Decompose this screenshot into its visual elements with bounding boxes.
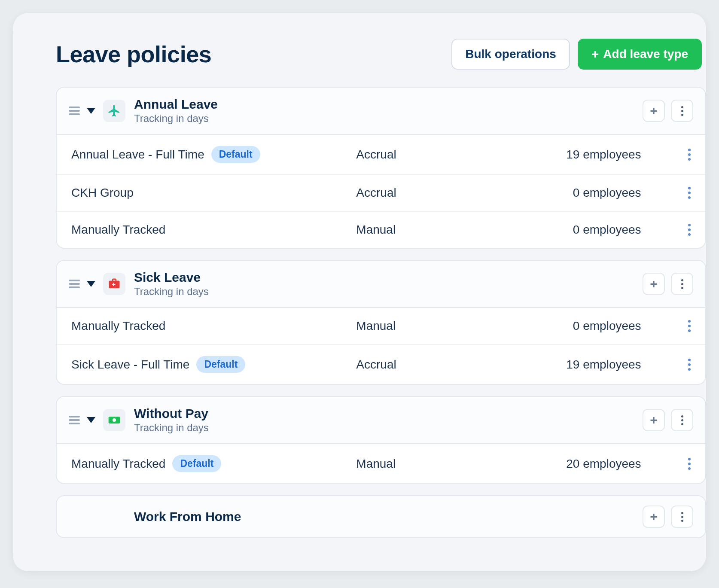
header-actions: Bulk operations + Add leave type	[451, 39, 702, 70]
policy-name: Annual Leave - Full Time Default	[71, 146, 356, 163]
policy-row[interactable]: Manually Tracked Manual 0 employees	[57, 308, 705, 344]
plus-icon: +	[650, 510, 658, 523]
svg-marker-1	[87, 281, 95, 287]
app-frame: Leave policies Bulk operations + Add lea…	[13, 13, 706, 571]
policy-mode: Accrual	[356, 148, 480, 161]
bulk-operations-button[interactable]: Bulk operations	[451, 39, 570, 70]
svg-marker-0	[87, 108, 95, 114]
add-policy-button[interactable]: +	[643, 506, 665, 528]
policy-name: Manually Tracked	[71, 319, 356, 333]
chevron-down-icon[interactable]	[87, 281, 95, 287]
add-policy-button[interactable]: +	[643, 273, 665, 295]
default-badge: Default	[196, 356, 245, 373]
group-menu-button[interactable]	[671, 273, 693, 295]
leave-group-sick: Sick Leave Tracking in days + Manually T…	[56, 260, 706, 385]
leave-group-withoutpay: Without Pay Tracking in days + Manually …	[56, 396, 706, 484]
group-header[interactable]: Without Pay Tracking in days +	[57, 397, 705, 444]
group-header[interactable]: Sick Leave Tracking in days +	[57, 261, 705, 308]
policy-list: Manually Tracked Default Manual 20 emplo…	[57, 444, 705, 483]
chevron-down-icon[interactable]	[87, 417, 95, 423]
add-policy-button[interactable]: +	[643, 409, 665, 431]
policy-row-menu[interactable]	[641, 458, 691, 470]
more-vertical-icon	[681, 415, 683, 425]
group-title-wrap: Sick Leave Tracking in days	[134, 270, 643, 298]
more-vertical-icon	[681, 106, 683, 116]
group-subtitle: Tracking in days	[134, 113, 643, 125]
policy-row-menu[interactable]	[641, 187, 691, 199]
add-leave-type-button[interactable]: + Add leave type	[578, 39, 702, 70]
policy-row[interactable]: Manually Tracked Default Manual 20 emplo…	[57, 444, 705, 483]
plus-icon: +	[650, 414, 658, 427]
group-actions: +	[643, 273, 693, 295]
group-subtitle: Tracking in days	[134, 286, 643, 298]
chevron-down-icon[interactable]	[87, 108, 95, 114]
policy-count: 0 employees	[480, 223, 641, 237]
default-badge: Default	[211, 146, 260, 163]
group-title: Annual Leave	[134, 97, 643, 112]
cash-icon	[103, 409, 125, 431]
policy-list: Annual Leave - Full Time Default Accrual…	[57, 135, 705, 248]
more-vertical-icon	[688, 187, 691, 199]
policy-name-text: Manually Tracked	[71, 319, 165, 333]
bulk-operations-label: Bulk operations	[465, 47, 556, 61]
group-title: Work From Home	[134, 509, 643, 524]
leave-group-annual: Annual Leave Tracking in days + Annual L…	[56, 87, 706, 249]
policy-row[interactable]: Sick Leave - Full Time Default Accrual 1…	[57, 344, 705, 384]
more-vertical-icon	[688, 320, 691, 332]
policy-row[interactable]: Manually Tracked Manual 0 employees	[57, 211, 705, 248]
more-vertical-icon	[681, 512, 683, 522]
group-title-wrap: Without Pay Tracking in days	[134, 406, 643, 434]
medkit-icon	[103, 273, 125, 295]
group-title-wrap: Annual Leave Tracking in days	[134, 97, 643, 125]
group-menu-button[interactable]	[671, 409, 693, 431]
policy-list: Manually Tracked Manual 0 employees Sick…	[57, 308, 705, 384]
policy-mode: Manual	[356, 223, 480, 237]
policy-row-menu[interactable]	[641, 320, 691, 332]
group-title-wrap: Work From Home	[134, 509, 643, 524]
group-actions: +	[643, 506, 693, 528]
group-title: Sick Leave	[134, 270, 643, 285]
leave-group-wfh: Work From Home +	[56, 495, 706, 538]
policy-mode: Manual	[356, 319, 480, 333]
policy-count: 19 employees	[480, 148, 641, 161]
add-policy-button[interactable]: +	[643, 100, 665, 122]
plus-icon: +	[591, 48, 599, 61]
policy-name: Sick Leave - Full Time Default	[71, 356, 356, 373]
more-vertical-icon	[688, 359, 691, 371]
policy-name: CKH Group	[71, 186, 356, 200]
policy-name-text: Manually Tracked	[71, 223, 165, 237]
policy-row[interactable]: Annual Leave - Full Time Default Accrual…	[57, 135, 705, 174]
group-subtitle: Tracking in days	[134, 422, 643, 434]
svg-marker-2	[87, 417, 95, 423]
default-badge: Default	[172, 455, 221, 472]
drag-handle-icon[interactable]	[69, 416, 80, 424]
more-vertical-icon	[681, 279, 683, 289]
add-leave-type-label: Add leave type	[603, 47, 688, 61]
group-header[interactable]: Annual Leave Tracking in days +	[57, 88, 705, 135]
policy-name-text: CKH Group	[71, 186, 134, 200]
policy-row-menu[interactable]	[641, 359, 691, 371]
more-vertical-icon	[688, 224, 691, 236]
page-header: Leave policies Bulk operations + Add lea…	[56, 39, 706, 70]
group-menu-button[interactable]	[671, 506, 693, 528]
plus-icon: +	[650, 277, 658, 290]
policy-count: 19 employees	[480, 358, 641, 372]
policy-row[interactable]: CKH Group Accrual 0 employees	[57, 174, 705, 211]
page-title: Leave policies	[56, 41, 211, 67]
policy-count: 0 employees	[480, 186, 641, 200]
plane-icon	[103, 100, 125, 122]
drag-handle-icon[interactable]	[69, 280, 80, 288]
policy-row-menu[interactable]	[641, 149, 691, 161]
more-vertical-icon	[688, 149, 691, 161]
more-vertical-icon	[688, 458, 691, 470]
policy-name-text: Manually Tracked	[71, 457, 165, 471]
policy-name: Manually Tracked	[71, 223, 356, 237]
policy-name: Manually Tracked Default	[71, 455, 356, 472]
policy-name-text: Sick Leave - Full Time	[71, 358, 189, 372]
drag-handle-icon[interactable]	[69, 107, 80, 115]
group-header[interactable]: Work From Home +	[57, 496, 705, 537]
policy-name-text: Annual Leave - Full Time	[71, 148, 204, 161]
policy-row-menu[interactable]	[641, 224, 691, 236]
group-menu-button[interactable]	[671, 100, 693, 122]
policy-mode: Accrual	[356, 186, 480, 200]
